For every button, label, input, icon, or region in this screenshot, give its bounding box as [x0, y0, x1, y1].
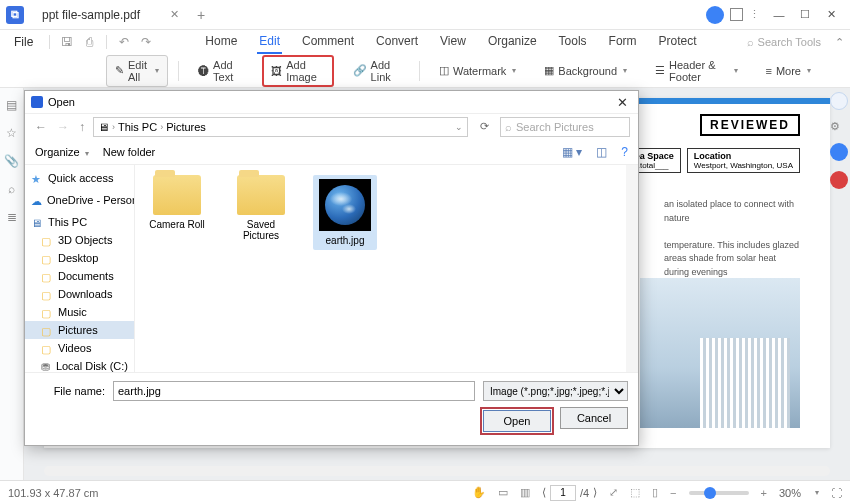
nav-forward-icon[interactable]: →	[55, 120, 71, 134]
document-tab[interactable]: ppt file-sample.pdf ✕	[32, 4, 189, 26]
select-tool-icon[interactable]: ▭	[498, 486, 508, 499]
chevron-down-icon: ▾	[734, 66, 738, 75]
file-list[interactable]: Camera Roll Saved Pictures earth.jpg	[135, 165, 638, 372]
more-button[interactable]: ≡ More ▾	[757, 61, 820, 81]
ai-icon[interactable]	[830, 143, 848, 161]
filetype-select[interactable]: Image (*.png;*.jpg;*.jpeg;*.jpe;*	[483, 381, 628, 401]
reviewed-stamp: REVIEWED	[700, 114, 800, 136]
tab-title: ppt file-sample.pdf	[42, 8, 140, 22]
breadcrumb[interactable]: 🖥› This PC› Pictures ⌄	[93, 117, 468, 137]
nav-back-icon[interactable]: ←	[33, 120, 49, 134]
attachments-icon[interactable]: 📎	[4, 154, 19, 168]
close-window-icon[interactable]: ✕	[818, 4, 844, 26]
pc-icon: 🖥	[98, 121, 109, 133]
folder-item[interactable]: Camera Roll	[145, 175, 209, 230]
save-icon[interactable]: 🖫	[58, 34, 76, 50]
thumbnails-icon[interactable]: ▤	[6, 98, 17, 112]
window-tool-icon[interactable]	[730, 8, 743, 21]
watermark-button[interactable]: ◫ Watermark ▾	[430, 60, 525, 81]
background-button[interactable]: ▦ Background ▾	[535, 60, 636, 81]
search-input[interactable]: ⌕ Search Pictures	[500, 117, 630, 137]
horizontal-scrollbar[interactable]	[44, 466, 830, 476]
view-mode-icon[interactable]: ▦ ▾	[562, 145, 582, 159]
minimize-icon[interactable]: —	[766, 4, 792, 26]
organize-menu[interactable]: Organize ▾	[35, 146, 89, 158]
more-menu-icon[interactable]: ⋮	[749, 8, 760, 21]
image-thumbnail	[319, 179, 371, 231]
redo-icon[interactable]: ↷	[137, 34, 155, 50]
read-mode-icon[interactable]: ▥	[520, 486, 530, 499]
tab-organize[interactable]: Organize	[486, 30, 539, 54]
folder-item[interactable]: Saved Pictures	[229, 175, 293, 241]
image-icon: 🖼	[271, 65, 282, 77]
zoom-slider[interactable]	[689, 491, 749, 495]
page-number-input[interactable]	[550, 485, 576, 501]
tab-home[interactable]: Home	[203, 30, 239, 54]
add-image-button[interactable]: 🖼 Add Image	[262, 55, 333, 87]
chevron-down-icon[interactable]: ⌄	[455, 122, 463, 132]
background-icon: ▦	[544, 64, 554, 77]
dialog-close-icon[interactable]: ✕	[613, 95, 632, 110]
zoom-out-icon[interactable]: −	[670, 487, 676, 499]
add-text-button[interactable]: 🅣 Add Text	[189, 55, 252, 87]
search-panel-icon[interactable]: ⌕	[8, 182, 15, 196]
search-icon: ⌕	[505, 121, 512, 133]
add-link-button[interactable]: 🔗 Add Link	[344, 55, 410, 87]
filename-input[interactable]	[113, 381, 475, 401]
fullscreen-icon[interactable]: ⛶	[831, 487, 842, 499]
main-tabs: Home Edit Comment Convert View Organize …	[159, 30, 742, 54]
tab-convert[interactable]: Convert	[374, 30, 420, 54]
print-icon[interactable]: ⎙	[80, 34, 98, 50]
user-avatar[interactable]	[706, 6, 724, 24]
zoom-value: 30%	[779, 487, 801, 499]
tab-protect[interactable]: Protect	[657, 30, 699, 54]
collapse-ribbon-icon[interactable]: ⌃	[835, 36, 844, 49]
text-icon: 🅣	[198, 65, 209, 77]
new-folder-button[interactable]: New folder	[103, 146, 156, 158]
single-page-icon[interactable]: ▯	[652, 486, 658, 499]
status-bar: 101.93 x 47.87 cm ✋ ▭ ▥ ⟨ /4 ⟩ ⤢ ⬚ ▯ − +…	[0, 480, 850, 504]
fit-width-icon[interactable]: ⤢	[609, 486, 618, 499]
undo-icon[interactable]: ↶	[115, 34, 133, 50]
edit-all-button[interactable]: ✎ Edit All ▾	[106, 55, 168, 87]
page-navigator[interactable]: ⟨ /4 ⟩	[542, 485, 597, 501]
settings-icon[interactable]: ⚙	[830, 120, 848, 133]
next-page-icon[interactable]: ⟩	[593, 486, 597, 499]
search-icon: ⌕	[747, 36, 754, 48]
maximize-icon[interactable]: ☐	[792, 4, 818, 26]
layers-icon[interactable]: ≣	[7, 210, 17, 224]
nav-tree[interactable]: ★Quick access ☁OneDrive - Person 🖥This P…	[25, 165, 135, 372]
help-icon[interactable]: ?	[621, 145, 628, 159]
zoom-in-icon[interactable]: +	[761, 487, 767, 499]
refresh-icon[interactable]: ⟳	[474, 120, 494, 133]
new-tab-button[interactable]: +	[197, 7, 205, 23]
extra-icon[interactable]	[830, 171, 848, 189]
cursor-position: 101.93 x 47.87 cm	[8, 487, 99, 499]
file-menu[interactable]: File	[6, 33, 41, 51]
properties-icon[interactable]	[830, 92, 848, 110]
bookmarks-icon[interactable]: ☆	[6, 126, 17, 140]
tab-view[interactable]: View	[438, 30, 468, 54]
edit-ribbon: ✎ Edit All ▾ 🅣 Add Text 🖼 Add Image 🔗 Ad…	[0, 54, 850, 88]
fit-page-icon[interactable]: ⬚	[630, 486, 640, 499]
chevron-down-icon: ▾	[623, 66, 627, 75]
search-tools[interactable]: ⌕ Search Tools	[747, 36, 821, 48]
tab-form[interactable]: Form	[607, 30, 639, 54]
more-icon: ≡	[766, 65, 772, 77]
hand-tool-icon[interactable]: ✋	[472, 486, 486, 499]
tab-tools[interactable]: Tools	[557, 30, 589, 54]
watermark-icon: ◫	[439, 64, 449, 77]
cancel-button[interactable]: Cancel	[560, 407, 628, 429]
prev-page-icon[interactable]: ⟨	[542, 486, 546, 499]
right-sidebar: ⚙	[830, 92, 848, 189]
chevron-down-icon: ▾	[155, 66, 159, 75]
header-footer-button[interactable]: ☰ Header & Footer ▾	[646, 55, 746, 87]
image-file-item[interactable]: earth.jpg	[313, 175, 377, 250]
preview-pane-icon[interactable]: ◫	[596, 145, 607, 159]
nav-up-icon[interactable]: ↑	[77, 120, 87, 134]
close-tab-icon[interactable]: ✕	[170, 8, 179, 21]
file-open-dialog: Open ✕ ← → ↑ 🖥› This PC› Pictures ⌄ ⟳ ⌕ …	[24, 90, 639, 446]
open-button[interactable]: Open	[483, 410, 551, 432]
tab-edit[interactable]: Edit	[257, 30, 282, 54]
tab-comment[interactable]: Comment	[300, 30, 356, 54]
